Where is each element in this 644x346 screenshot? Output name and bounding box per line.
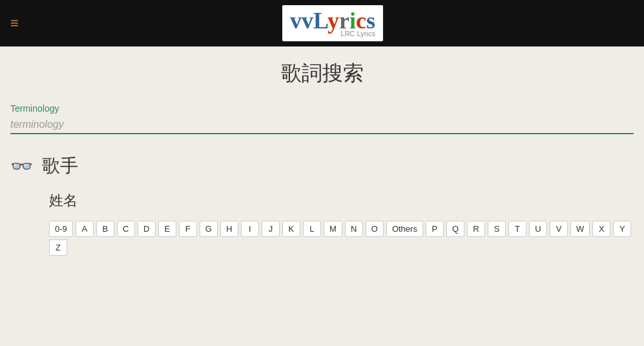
alpha-btn-b[interactable]: B [96, 221, 114, 237]
alpha-btn-k[interactable]: K [282, 221, 300, 237]
artist-section: 👓 歌手 姓名 0-9ABCDEFGHIJKLMNOOthersPQRSTUVW… [10, 154, 634, 256]
alpha-btn-o[interactable]: O [366, 221, 384, 237]
alpha-btn-x[interactable]: X [592, 221, 610, 237]
alpha-btn-d[interactable]: D [138, 221, 156, 237]
alpha-btn-v[interactable]: V [550, 221, 568, 237]
page-title: 歌詞搜索 [10, 59, 634, 88]
terminology-label: Terminology [10, 103, 634, 114]
alpha-btn-z[interactable]: Z [49, 239, 67, 256]
terminology-input[interactable] [10, 116, 634, 134]
artist-heading: 👓 歌手 [10, 154, 634, 178]
alphabet-nav: 0-9ABCDEFGHIJKLMNOOthersPQRSTUVWXYZ [49, 221, 634, 256]
alpha-btn-c[interactable]: C [117, 221, 135, 237]
alpha-btn-w[interactable]: W [570, 221, 590, 237]
alpha-btn-j[interactable]: J [262, 221, 280, 237]
alpha-btn-h[interactable]: H [220, 221, 238, 237]
alpha-btn-e[interactable]: E [158, 221, 176, 237]
alpha-btn-q[interactable]: Q [446, 221, 464, 237]
alpha-btn-i[interactable]: I [241, 221, 259, 237]
alpha-btn-p[interactable]: P [426, 221, 444, 237]
main-content: 歌詞搜索 Terminology 👓 歌手 姓名 0-9ABCDEFGHIJKL… [0, 46, 644, 269]
alpha-btn-a[interactable]: A [76, 221, 94, 237]
alpha-btn-u[interactable]: U [529, 221, 547, 237]
artist-heading-text: 歌手 [42, 154, 78, 178]
alpha-btn-t[interactable]: T [508, 221, 526, 237]
glasses-icon: 👓 [10, 156, 33, 177]
alpha-btn-g[interactable]: G [200, 221, 218, 237]
alpha-btn-others[interactable]: Others [386, 221, 423, 237]
alpha-btn-s[interactable]: S [488, 221, 506, 237]
alpha-btn-0-9[interactable]: 0-9 [49, 221, 73, 237]
navbar: ≡ vvLyrics LRC Lyrics [0, 0, 644, 46]
alpha-btn-m[interactable]: M [324, 221, 342, 237]
alpha-btn-y[interactable]: Y [613, 221, 631, 237]
site-logo[interactable]: vvLyrics LRC Lyrics [282, 5, 383, 41]
alpha-btn-l[interactable]: L [303, 221, 321, 237]
alpha-btn-n[interactable]: N [345, 221, 363, 237]
alpha-btn-r[interactable]: R [467, 221, 485, 237]
alpha-btn-f[interactable]: F [179, 221, 197, 237]
name-label: 姓名 [49, 191, 634, 210]
menu-icon[interactable]: ≡ [10, 15, 19, 32]
